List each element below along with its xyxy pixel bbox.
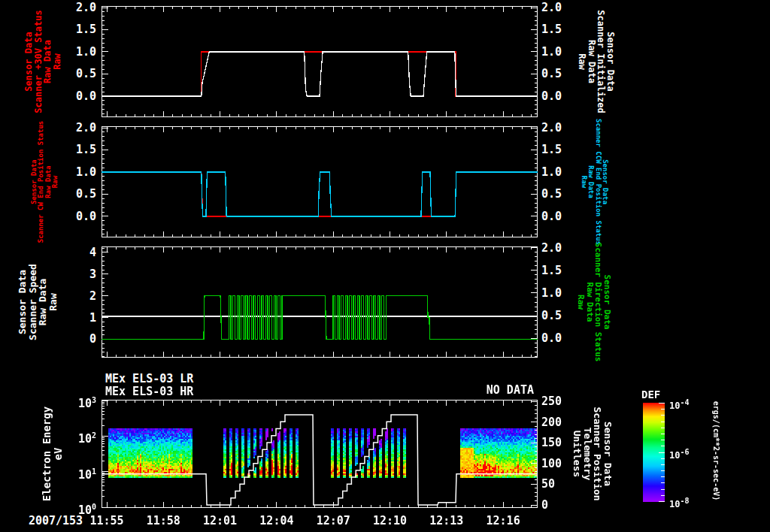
colorbar-minor-tick xyxy=(661,422,665,422)
trace-Scanner Initialized Raw xyxy=(102,52,538,96)
y-tick-label: 150 xyxy=(541,437,576,449)
y-tick-label: 2 xyxy=(62,290,96,302)
panel-scanner-30v-status xyxy=(102,6,538,117)
colorbar-minor-tick xyxy=(661,482,665,483)
colorbar-minor-tick xyxy=(661,415,665,416)
y-tick-label: 1.5 xyxy=(541,23,576,35)
y-tick-label: 250 xyxy=(541,395,576,407)
trace-Scanner Speed Raw xyxy=(102,296,538,340)
y-tick-label: 1.0 xyxy=(62,46,96,58)
y-tick-label: 0.0 xyxy=(541,90,576,102)
y-tick-label: 0.0 xyxy=(62,210,96,222)
colorbar-units-label: ergs/(cm**2-sr-sec-eV) xyxy=(712,401,720,500)
y-tick-label: 1.5 xyxy=(541,144,576,156)
colorbar-minor-tick xyxy=(661,470,665,471)
colorbar-minor-tick xyxy=(661,495,665,496)
spectrogram-title-hr: MEx ELS-03 HR xyxy=(105,385,193,398)
x-tick-label: 12:04 xyxy=(254,514,299,527)
y-tick-label: 1.0 xyxy=(541,166,576,178)
panel-electron-energy-frame xyxy=(102,400,538,508)
panel-scanner-speed xyxy=(102,246,538,358)
y-tick-label: 102 xyxy=(62,430,96,442)
y-tick-label: 2.0 xyxy=(541,2,576,14)
y-tick-label: 2.0 xyxy=(62,2,96,14)
panel1-left-axis-label: Sensor Data Scanner +30V Status Raw Data… xyxy=(24,10,62,113)
y-tick-label: 0.5 xyxy=(541,310,576,322)
colorbar-minor-tick xyxy=(661,489,665,490)
y-tick-label: 50 xyxy=(541,478,576,490)
plot-frame xyxy=(102,401,538,508)
colorbar-title: DEF xyxy=(641,388,660,401)
y-tick-label: 200 xyxy=(541,416,576,428)
plot-frame xyxy=(102,247,538,358)
x-tick-label: 11:58 xyxy=(141,514,186,527)
y-tick-label: 1.5 xyxy=(62,23,96,35)
plot-frame xyxy=(102,7,538,117)
y-tick-label: 0.0 xyxy=(62,90,96,102)
y-tick-label: 2.0 xyxy=(62,122,96,134)
y-tick-label: 1 xyxy=(62,312,96,324)
x-tick-label: 12:13 xyxy=(424,514,469,527)
colorbar-minor-tick xyxy=(659,403,665,404)
colorbar-minor-tick xyxy=(661,458,665,459)
x-tick-label: 11:55 xyxy=(84,514,129,527)
colorbar-minor-tick xyxy=(659,501,665,502)
y-tick-label: 1.5 xyxy=(541,264,576,277)
y-tick-label: 0.5 xyxy=(541,188,576,200)
colorbar-minor-tick xyxy=(661,428,665,428)
colorbar-tick-label: 10-4 xyxy=(669,397,702,409)
panel2-left-axis-label: Sensor Data Scanner CW End Position Stat… xyxy=(31,121,59,243)
x-tick-label: 12:01 xyxy=(198,514,243,527)
panel4-right-axis-label: Sensor Data Scanner Position Telemetry U… xyxy=(572,407,614,500)
x-tick-label: 12:07 xyxy=(311,514,356,527)
y-tick-label: 1.0 xyxy=(541,46,576,58)
colorbar-tick-label: 10-6 xyxy=(669,446,702,458)
y-tick-label: 101 xyxy=(62,466,96,478)
y-tick-label: 0 xyxy=(62,333,96,345)
y-tick-label: 0.5 xyxy=(541,68,576,80)
colorbar-tick-label: 10-8 xyxy=(669,495,702,507)
colorbar-minor-tick xyxy=(659,452,665,453)
panel4-left-axis-label: Electron Energy eV xyxy=(41,407,63,501)
y-tick-label: 4 xyxy=(62,246,96,258)
colorbar-minor-tick xyxy=(661,476,665,477)
colorbar-minor-tick xyxy=(661,440,665,440)
y-tick-label: 1.0 xyxy=(541,287,576,299)
panel2-right-axis-label: Sensor Data Scanner CCW End Position Sta… xyxy=(580,119,608,245)
no-data-label: NO DATA xyxy=(421,384,534,397)
y-tick-label: 103 xyxy=(62,394,96,407)
y-tick-label: 1.5 xyxy=(62,144,96,156)
x-tick-label: 12:10 xyxy=(367,514,412,527)
panel-scanner-end-position-status xyxy=(102,126,538,237)
y-tick-label: 0.0 xyxy=(541,210,576,222)
panel1-right-axis-label: Sensor Data Scanner Initialized Raw Data… xyxy=(578,10,615,113)
spectrogram-title-lr: MEx ELS-03 LR xyxy=(105,373,193,385)
y-tick-label: 0.5 xyxy=(62,68,96,80)
panel3-left-axis-label: Sensor Data Scanner Speed Raw Data Raw xyxy=(17,264,59,340)
y-tick-label: 1.0 xyxy=(62,166,96,178)
y-tick-label: 0.5 xyxy=(62,188,96,200)
y-tick-label: 0 xyxy=(541,499,576,511)
colorbar-minor-tick xyxy=(661,446,665,446)
y-tick-label: 100 xyxy=(62,501,96,513)
panel3-right-axis-label: Sensor Data Scanner Direction Status Raw… xyxy=(577,243,611,362)
telemetry-plot-page: Sensor Data Scanner +30V Status Raw Data… xyxy=(0,0,770,532)
y-tick-label: 3 xyxy=(62,268,96,280)
colorbar-minor-tick xyxy=(661,434,665,434)
y-tick-label: 100 xyxy=(541,458,576,470)
x-tick-label: 12:16 xyxy=(480,514,526,527)
colorbar-minor-tick xyxy=(661,409,665,410)
y-tick-label: 2.0 xyxy=(541,122,576,134)
trace-Scanner CCW End Position Status Raw xyxy=(102,172,538,216)
y-tick-label: 2.0 xyxy=(541,242,576,254)
colorbar-minor-tick xyxy=(661,464,665,465)
y-tick-label: 0.0 xyxy=(541,332,576,344)
